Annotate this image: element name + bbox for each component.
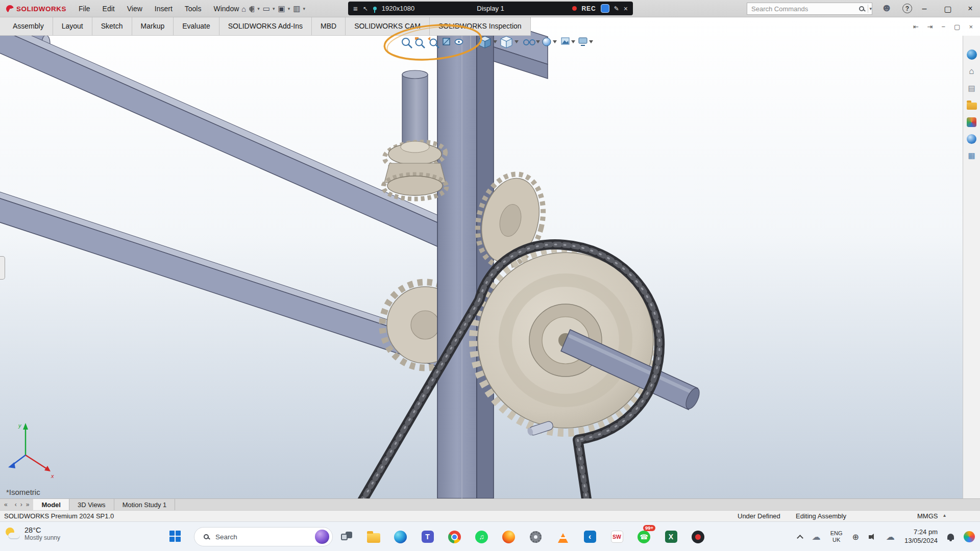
save-caret-icon[interactable]: ▾: [288, 6, 290, 11]
search-highlight-avatar: [315, 530, 329, 544]
start-button[interactable]: [169, 531, 181, 542]
task-pane[interactable]: ⌂ ▤ ▦: [963, 36, 980, 498]
units-selector[interactable]: MMGS: [917, 512, 938, 520]
tab-solidworks-addins[interactable]: SOLIDWORKS Add-Ins: [219, 17, 312, 35]
edge-button[interactable]: [387, 522, 414, 551]
dock-right-icon[interactable]: ⇥: [927, 23, 933, 31]
tab-model[interactable]: Model: [33, 499, 69, 510]
menu-edit[interactable]: Edit: [96, 5, 121, 13]
tab-scroll-prev-icon[interactable]: ‹: [15, 501, 17, 508]
tab-scroll-next-icon[interactable]: ›: [20, 501, 22, 508]
doc-close-icon[interactable]: ×: [969, 23, 973, 31]
command-search: ▾: [747, 3, 872, 15]
tab-sketch[interactable]: Sketch: [92, 17, 132, 35]
design-library-icon[interactable]: ▤: [966, 83, 977, 94]
language-indicator[interactable]: ENGUK: [830, 530, 843, 543]
whatsapp-button[interactable]: ☎ 99+: [630, 522, 657, 551]
gear-shaft-cylinder[interactable]: [402, 70, 428, 151]
user-profile-icon[interactable]: ☻: [881, 2, 892, 14]
weather-cloud-icon[interactable]: ☁: [886, 532, 895, 542]
units-caret-icon[interactable]: ▴: [943, 512, 946, 518]
doc-restore-icon[interactable]: ▢: [954, 23, 960, 31]
save-icon[interactable]: ▣: [277, 4, 287, 13]
onedrive-cloud-icon[interactable]: ☁: [812, 532, 821, 542]
excel-button[interactable]: X: [657, 522, 684, 551]
screen-recorder-button[interactable]: [684, 522, 712, 551]
solidworks-logo-icon: [6, 5, 14, 13]
network-icon[interactable]: ⊕: [852, 532, 859, 542]
view-orientation-label: *Isometric: [6, 488, 40, 496]
menu-insert[interactable]: Insert: [149, 5, 179, 13]
search-icon: [204, 534, 209, 539]
panel-collapse-handle[interactable]: [0, 256, 5, 280]
print-icon[interactable]: ▥: [291, 4, 302, 13]
tab-3d-views[interactable]: 3D Views: [69, 499, 114, 510]
maximize-button[interactable]: ▢: [939, 0, 957, 17]
weather-temp: 28°C: [24, 526, 60, 534]
solidworks-button[interactable]: SW: [603, 522, 630, 551]
tray-app-icon[interactable]: [964, 531, 975, 542]
minimize-button[interactable]: –: [916, 0, 933, 17]
file-explorer-panel-icon[interactable]: [966, 99, 977, 111]
appearances-icon[interactable]: [966, 116, 977, 128]
custom-properties-icon[interactable]: ▦: [966, 150, 977, 161]
print-caret-icon[interactable]: ▾: [303, 6, 305, 11]
search-caret-icon[interactable]: ▾: [869, 6, 872, 11]
new-caret-icon[interactable]: ▾: [257, 6, 260, 11]
menu-file[interactable]: File: [72, 5, 96, 13]
graphics-viewport[interactable]: y x: [0, 17, 980, 498]
home-icon[interactable]: ⌂: [240, 5, 248, 13]
recorder-cursor-icon[interactable]: ↖: [363, 5, 368, 12]
menu-tools[interactable]: Tools: [179, 5, 208, 13]
annotation-view-icon[interactable]: [455, 39, 463, 44]
tab-solidworks-cam[interactable]: SOLIDWORKS CAM: [346, 17, 430, 35]
recorder-stop-button[interactable]: [601, 4, 609, 13]
tab-mbd[interactable]: MBD: [312, 17, 346, 35]
model-view[interactable]: y x: [0, 17, 980, 498]
triad-x-label: x: [51, 473, 54, 479]
scenes-icon[interactable]: [966, 133, 977, 144]
notification-bell-icon[interactable]: [947, 534, 954, 540]
volume-icon[interactable]: [869, 533, 876, 541]
tab-evaluate[interactable]: Evaluate: [174, 17, 219, 35]
home-panel-icon[interactable]: ⌂: [966, 66, 977, 77]
open-icon[interactable]: ▭: [261, 4, 272, 13]
teams-button[interactable]: T: [414, 522, 441, 551]
close-button[interactable]: ×: [962, 0, 979, 17]
tab-scroll-last-icon[interactable]: »: [26, 501, 30, 508]
help-button[interactable]: ?: [902, 4, 912, 13]
section-view-icon[interactable]: [443, 38, 450, 45]
recorder-edit-icon[interactable]: ✎: [614, 5, 619, 12]
weather-widget[interactable]: 28°C Mostly sunny: [5, 526, 60, 541]
recorder-menu-icon[interactable]: ≡: [353, 4, 358, 13]
taskbar-search[interactable]: Search: [194, 527, 333, 546]
doc-minimize-icon[interactable]: −: [942, 23, 946, 31]
3dexperience-icon[interactable]: [966, 49, 977, 60]
tab-motion-study-1[interactable]: Motion Study 1: [114, 499, 176, 510]
menu-view[interactable]: View: [121, 5, 149, 13]
recorder-close-icon[interactable]: ×: [624, 5, 628, 13]
bevel-gear[interactable]: [383, 139, 447, 199]
dock-left-icon[interactable]: ⇤: [913, 23, 919, 31]
tab-layout[interactable]: Layout: [53, 17, 92, 35]
tab-scroll-first-icon[interactable]: «: [4, 501, 8, 508]
editing-mode-status: Editing Assembly: [796, 512, 846, 520]
search-input[interactable]: [747, 5, 857, 13]
tab-assembly[interactable]: Assembly: [4, 17, 53, 35]
firefox-button[interactable]: [495, 522, 522, 551]
tray-expand-icon[interactable]: [797, 535, 803, 541]
chrome-button[interactable]: [441, 522, 468, 551]
vlc-button[interactable]: [549, 522, 576, 551]
file-explorer-button[interactable]: [360, 522, 387, 551]
search-icon[interactable]: [859, 6, 864, 11]
tab-solidworks-inspection[interactable]: SOLIDWORKS Inspection: [430, 17, 531, 35]
tab-markup[interactable]: Markup: [132, 17, 174, 35]
spotify-button[interactable]: ♫: [468, 522, 495, 551]
clock[interactable]: 7:24 pm 13/05/2024: [904, 528, 938, 545]
new-document-icon[interactable]: ▯: [249, 4, 256, 13]
open-caret-icon[interactable]: ▾: [273, 6, 275, 11]
vscode-button[interactable]: ‹: [576, 522, 603, 551]
constraint-status: Under Defined: [738, 512, 780, 520]
task-view-button[interactable]: [333, 522, 360, 551]
settings-button[interactable]: [522, 522, 549, 551]
